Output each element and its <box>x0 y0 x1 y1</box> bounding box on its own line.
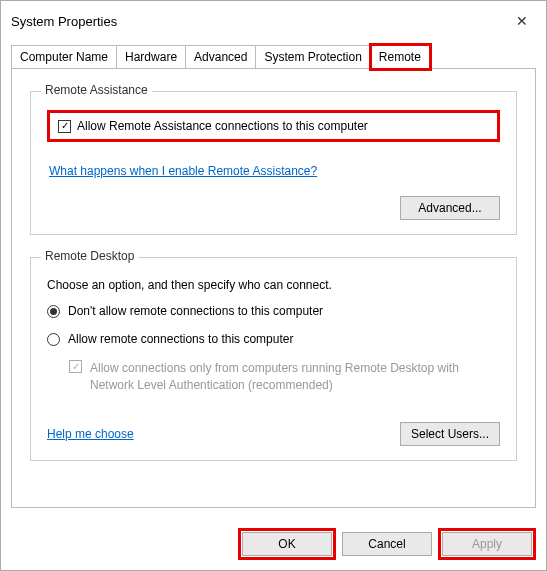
tab-remote[interactable]: Remote <box>371 45 430 69</box>
titlebar: System Properties ✕ <box>1 1 546 39</box>
remote-desktop-instruction: Choose an option, and then specify who c… <box>47 278 500 292</box>
close-button[interactable]: ✕ <box>508 9 536 33</box>
checkmark-icon: ✓ <box>61 121 69 131</box>
tab-hardware[interactable]: Hardware <box>117 45 186 69</box>
radio-allow-label: Allow remote connections to this compute… <box>68 332 293 346</box>
tab-system-protection[interactable]: System Protection <box>256 45 370 69</box>
radio-disallow[interactable] <box>47 305 60 318</box>
remote-assistance-advanced-button[interactable]: Advanced... <box>400 196 500 220</box>
ok-button[interactable]: OK <box>242 532 332 556</box>
checkmark-icon: ✓ <box>72 362 80 372</box>
tab-strip: Computer Name Hardware Advanced System P… <box>11 45 536 69</box>
allow-remote-assistance-checkbox[interactable]: ✓ <box>58 120 71 133</box>
apply-button[interactable]: Apply <box>442 532 532 556</box>
remote-desktop-help-link[interactable]: Help me choose <box>47 427 134 441</box>
dialog-footer: OK Cancel Apply <box>1 518 546 570</box>
radio-allow[interactable] <box>47 333 60 346</box>
remote-assistance-group: Remote Assistance ✓ Allow Remote Assista… <box>30 91 517 235</box>
dialog-content: Computer Name Hardware Advanced System P… <box>1 39 546 518</box>
system-properties-window: System Properties ✕ Computer Name Hardwa… <box>0 0 547 571</box>
allow-remote-assistance-label: Allow Remote Assistance connections to t… <box>77 119 368 133</box>
cancel-button[interactable]: Cancel <box>342 532 432 556</box>
radio-row-disallow[interactable]: Don't allow remote connections to this c… <box>47 304 500 318</box>
window-title: System Properties <box>11 14 117 29</box>
allow-remote-assistance-row: ✓ Allow Remote Assistance connections to… <box>47 110 500 142</box>
nla-label: Allow connections only from computers ru… <box>90 360 500 394</box>
close-icon: ✕ <box>516 13 528 29</box>
remote-assistance-help-link[interactable]: What happens when I enable Remote Assist… <box>49 164 317 178</box>
remote-desktop-group-title: Remote Desktop <box>41 249 138 263</box>
radio-row-allow[interactable]: Allow remote connections to this compute… <box>47 332 500 346</box>
select-users-button[interactable]: Select Users... <box>400 422 500 446</box>
tab-computer-name[interactable]: Computer Name <box>11 45 117 69</box>
nla-checkbox: ✓ <box>69 360 82 373</box>
tab-body-remote: Remote Assistance ✓ Allow Remote Assista… <box>11 68 536 508</box>
radio-disallow-label: Don't allow remote connections to this c… <box>68 304 323 318</box>
remote-assistance-group-title: Remote Assistance <box>41 83 152 97</box>
tab-advanced[interactable]: Advanced <box>186 45 256 69</box>
remote-desktop-group: Remote Desktop Choose an option, and the… <box>30 257 517 461</box>
nla-row: ✓ Allow connections only from computers … <box>69 360 500 394</box>
